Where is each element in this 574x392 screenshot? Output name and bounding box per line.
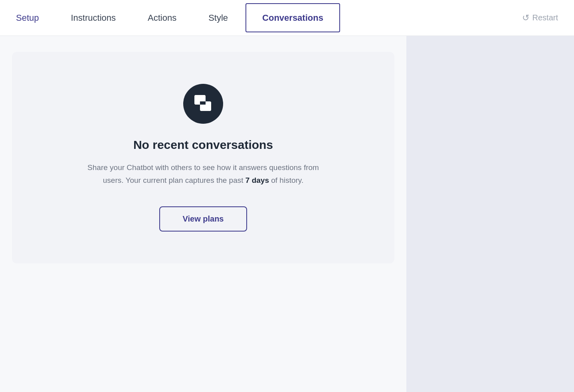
svg-rect-4 bbox=[200, 101, 206, 105]
main-panel: No recent conversations Share your Chatb… bbox=[0, 36, 406, 392]
restart-label: Restart bbox=[532, 13, 558, 22]
nav-spacer bbox=[342, 0, 506, 36]
tab-setup[interactable]: Setup bbox=[0, 0, 55, 36]
chat-bubbles-icon bbox=[192, 93, 214, 115]
side-panel bbox=[406, 36, 574, 392]
page-wrapper: Setup Instructions Actions Style Convers… bbox=[0, 0, 574, 392]
tab-conversations[interactable]: Conversations bbox=[245, 3, 340, 32]
tab-style[interactable]: Style bbox=[192, 0, 244, 36]
content-area: No recent conversations Share your Chatb… bbox=[0, 36, 574, 392]
empty-state-description: Share your Chatbot with others to see ho… bbox=[87, 161, 319, 187]
empty-state-card: No recent conversations Share your Chatb… bbox=[12, 52, 394, 263]
view-plans-button[interactable]: View plans bbox=[159, 206, 247, 232]
tab-instructions[interactable]: Instructions bbox=[55, 0, 132, 36]
restart-button[interactable]: ↺ Restart bbox=[506, 0, 574, 36]
top-nav: Setup Instructions Actions Style Convers… bbox=[0, 0, 574, 36]
empty-state-title: No recent conversations bbox=[133, 138, 273, 152]
description-highlight: 7 days bbox=[245, 176, 269, 184]
chat-icon-circle bbox=[183, 84, 223, 124]
tab-actions[interactable]: Actions bbox=[132, 0, 192, 36]
description-part2: of history. bbox=[269, 176, 303, 184]
restart-icon: ↺ bbox=[522, 13, 529, 23]
